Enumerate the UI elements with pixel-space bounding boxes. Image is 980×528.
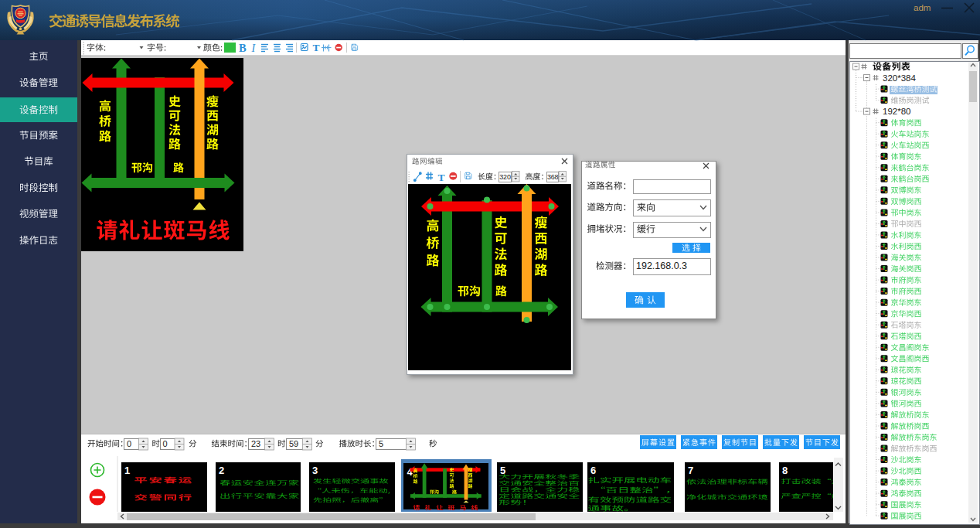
svg-text:192*80: 192*80 [883, 107, 910, 116]
svg-text:T: T [313, 42, 320, 53]
svg-text:T: T [438, 172, 445, 183]
svg-text:B: B [239, 42, 247, 54]
svg-text:320*384: 320*384 [883, 73, 916, 83]
svg-text:I: I [251, 43, 257, 54]
